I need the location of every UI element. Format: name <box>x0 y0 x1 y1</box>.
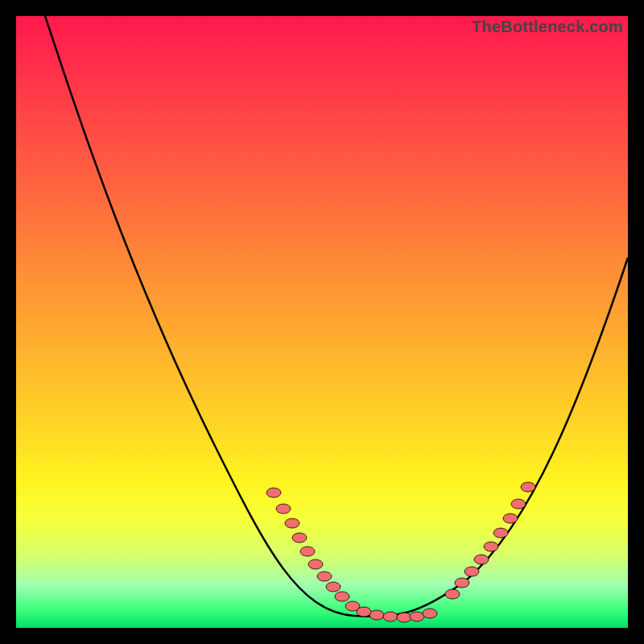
plot-area: TheBottleneck.com <box>16 16 628 628</box>
chart-frame: TheBottleneck.com <box>16 16 628 628</box>
gradient-background <box>16 16 628 628</box>
source-watermark: TheBottleneck.com <box>472 18 623 36</box>
